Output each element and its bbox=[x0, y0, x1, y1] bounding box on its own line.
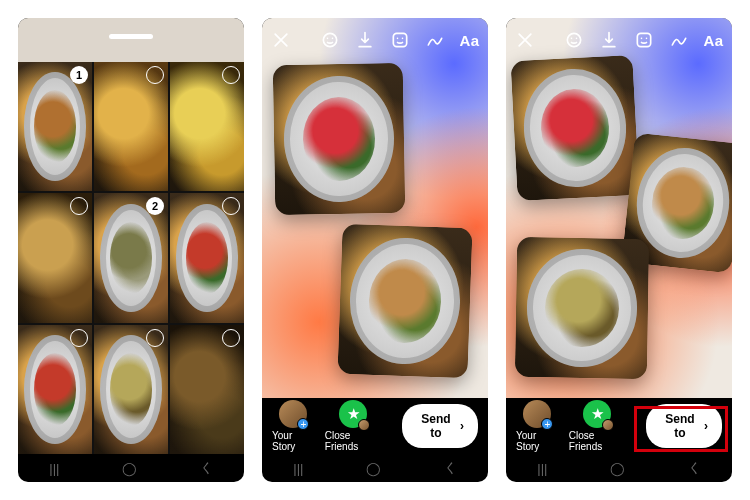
svg-point-5 bbox=[401, 38, 403, 40]
save-icon[interactable] bbox=[354, 29, 375, 51]
svg-point-2 bbox=[331, 38, 333, 40]
send-to-button[interactable]: Send to › bbox=[646, 404, 722, 448]
gallery-photo[interactable]: 1 bbox=[18, 62, 92, 191]
close-friends-label: Close Friends bbox=[325, 430, 382, 452]
svg-point-0 bbox=[323, 33, 336, 46]
photo-grid: 1 2 bbox=[18, 62, 244, 454]
send-to-label: Send to bbox=[416, 412, 456, 440]
svg-point-11 bbox=[645, 38, 647, 40]
story-canvas[interactable]: Aa bbox=[262, 18, 488, 398]
nav-home-icon[interactable]: ◯ bbox=[122, 461, 137, 476]
sticker-icon[interactable] bbox=[389, 29, 410, 51]
screen-story-editor: Aa + Your Story ★ Close Friends Send to … bbox=[262, 18, 488, 482]
close-friends-button[interactable]: ★ Close Friends bbox=[569, 400, 626, 452]
selection-badge bbox=[70, 197, 88, 215]
nav-recent-icon[interactable]: ||| bbox=[293, 461, 303, 476]
selection-badge bbox=[222, 197, 240, 215]
svg-point-4 bbox=[396, 38, 398, 40]
svg-rect-3 bbox=[393, 33, 406, 46]
nav-recent-icon[interactable]: ||| bbox=[49, 461, 59, 476]
gallery-photo[interactable] bbox=[170, 193, 244, 322]
drag-handle-icon[interactable] bbox=[109, 34, 153, 39]
nav-recent-icon[interactable]: ||| bbox=[537, 461, 547, 476]
close-icon[interactable] bbox=[270, 29, 291, 51]
chevron-right-icon: › bbox=[704, 419, 708, 433]
story-canvas[interactable]: Aa bbox=[506, 18, 732, 398]
screen-gallery-picker: 1 2 bbox=[18, 18, 244, 482]
nav-back-icon[interactable]: く bbox=[200, 459, 213, 477]
story-actions-bar: + Your Story ★ Close Friends Send to › bbox=[506, 398, 732, 454]
svg-rect-9 bbox=[637, 33, 650, 46]
android-nav-bar: ||| ◯ く bbox=[18, 454, 244, 482]
nav-back-icon[interactable]: く bbox=[688, 459, 701, 477]
android-nav-bar: ||| ◯ く bbox=[262, 454, 488, 482]
story-photo-tile[interactable] bbox=[273, 63, 406, 215]
gallery-sheet: 1 2 bbox=[18, 18, 244, 454]
editor-toolbar: Aa bbox=[514, 26, 724, 54]
text-icon[interactable]: Aa bbox=[459, 29, 480, 51]
story-photo-tile[interactable] bbox=[337, 224, 472, 378]
star-icon: ★ bbox=[347, 405, 360, 423]
story-photo-tile[interactable] bbox=[510, 55, 639, 201]
nav-back-icon[interactable]: く bbox=[444, 459, 457, 477]
draw-icon[interactable] bbox=[668, 29, 689, 51]
gallery-photo[interactable] bbox=[18, 325, 92, 454]
send-to-label: Send to bbox=[660, 412, 700, 440]
selection-badge bbox=[70, 329, 88, 347]
gallery-photo[interactable] bbox=[170, 62, 244, 191]
chevron-right-icon: › bbox=[460, 419, 464, 433]
svg-point-6 bbox=[567, 33, 580, 46]
story-photo-tile[interactable] bbox=[515, 237, 649, 379]
nav-home-icon[interactable]: ◯ bbox=[366, 461, 381, 476]
nav-home-icon[interactable]: ◯ bbox=[610, 461, 625, 476]
selection-badge bbox=[146, 66, 164, 84]
gallery-photo[interactable] bbox=[18, 193, 92, 322]
selection-badge bbox=[146, 329, 164, 347]
gallery-photo[interactable] bbox=[94, 325, 168, 454]
sticker-icon[interactable] bbox=[633, 29, 654, 51]
svg-point-7 bbox=[570, 38, 572, 40]
gallery-photo[interactable] bbox=[170, 325, 244, 454]
effects-icon[interactable] bbox=[563, 29, 584, 51]
svg-point-1 bbox=[326, 38, 328, 40]
effects-icon[interactable] bbox=[319, 29, 340, 51]
story-actions-bar: + Your Story ★ Close Friends Send to › bbox=[262, 398, 488, 454]
gallery-photo[interactable] bbox=[94, 62, 168, 191]
editor-toolbar: Aa bbox=[270, 26, 480, 54]
svg-point-10 bbox=[640, 38, 642, 40]
close-friends-label: Close Friends bbox=[569, 430, 626, 452]
star-icon: ★ bbox=[591, 405, 604, 423]
close-friends-button[interactable]: ★ Close Friends bbox=[325, 400, 382, 452]
text-icon[interactable]: Aa bbox=[703, 29, 724, 51]
android-nav-bar: ||| ◯ く bbox=[506, 454, 732, 482]
your-story-label: Your Story bbox=[272, 430, 315, 452]
your-story-label: Your Story bbox=[516, 430, 559, 452]
selection-badge bbox=[222, 329, 240, 347]
gallery-photo[interactable]: 2 bbox=[94, 193, 168, 322]
save-icon[interactable] bbox=[598, 29, 619, 51]
selection-badge: 2 bbox=[146, 197, 164, 215]
your-story-button[interactable]: + Your Story bbox=[516, 400, 559, 452]
your-story-button[interactable]: + Your Story bbox=[272, 400, 315, 452]
close-icon[interactable] bbox=[514, 29, 535, 51]
screen-story-editor-highlighted: Aa + Your Story ★ Close Friends Send to … bbox=[506, 18, 732, 482]
selection-badge: 1 bbox=[70, 66, 88, 84]
draw-icon[interactable] bbox=[424, 29, 445, 51]
svg-point-8 bbox=[575, 38, 577, 40]
send-to-button[interactable]: Send to › bbox=[402, 404, 478, 448]
sheet-handle-area[interactable] bbox=[18, 34, 244, 39]
selection-badge bbox=[222, 66, 240, 84]
